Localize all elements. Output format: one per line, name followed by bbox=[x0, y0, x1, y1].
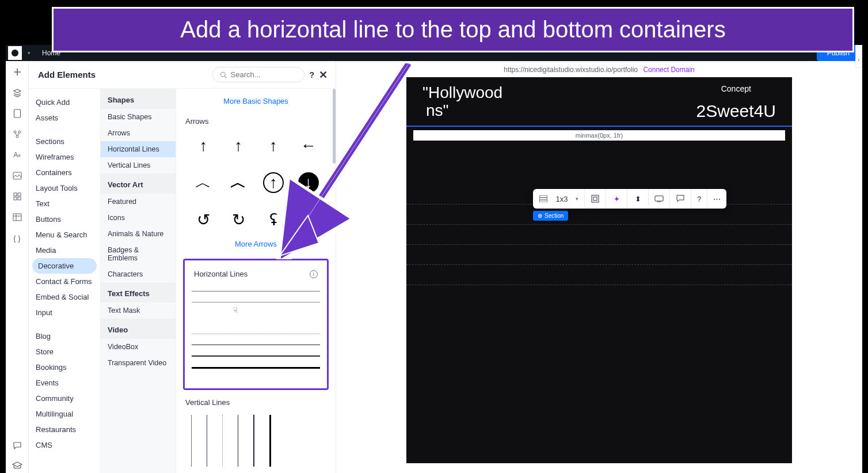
category-item[interactable]: Community bbox=[29, 391, 100, 406]
connections-icon[interactable] bbox=[12, 129, 22, 139]
layers-icon[interactable] bbox=[12, 88, 22, 98]
category-item[interactable]: Sections bbox=[29, 134, 100, 149]
category-item[interactable]: Contact & Forms bbox=[29, 274, 100, 289]
apps-grid-icon[interactable] bbox=[12, 191, 22, 202]
category-item[interactable]: Decorative bbox=[32, 258, 97, 274]
category-item[interactable]: Media bbox=[29, 243, 100, 258]
vline-light[interactable] bbox=[207, 415, 207, 467]
category-item[interactable]: Events bbox=[29, 375, 100, 391]
site-switcher-chevron-icon[interactable]: ▾ bbox=[28, 50, 31, 56]
site-preview[interactable]: "Hollywood ns" Concept 2Sweet4U minmax(0… bbox=[406, 77, 792, 463]
more-basic-shapes-link[interactable]: More Basic Shapes bbox=[183, 92, 329, 112]
category-item[interactable]: Assets bbox=[29, 110, 100, 126]
typography-icon[interactable]: Aa bbox=[12, 150, 22, 160]
expand-right-panel-icon[interactable]: ‹ bbox=[855, 51, 862, 68]
app-shell: ▾ Home Publish Aa { } Add Elements bbox=[6, 45, 862, 473]
category-item[interactable]: Store bbox=[29, 344, 100, 360]
page-icon[interactable] bbox=[12, 108, 22, 119]
curve-cw-icon[interactable]: ↻ bbox=[224, 206, 253, 233]
comment-button[interactable] bbox=[670, 189, 691, 209]
subcategory-item[interactable]: Vertical Lines bbox=[101, 157, 176, 173]
category-item[interactable]: Wireframes bbox=[29, 149, 100, 165]
chevron-up-thin-icon[interactable]: ︿ bbox=[189, 169, 218, 196]
hline-heavy[interactable] bbox=[192, 367, 320, 369]
hline-light[interactable] bbox=[192, 302, 320, 302]
subcategory-item[interactable]: Characters bbox=[101, 266, 176, 282]
vline-bold[interactable] bbox=[253, 415, 254, 467]
category-item[interactable]: Input bbox=[29, 305, 100, 320]
category-item[interactable]: Containers bbox=[29, 165, 100, 180]
subcategory-item[interactable]: Horizontal Lines bbox=[101, 141, 176, 157]
stack-button[interactable]: ⬍ bbox=[627, 189, 649, 209]
vline-thin[interactable] bbox=[191, 415, 192, 467]
chat-icon[interactable] bbox=[12, 441, 22, 451]
category-item[interactable]: Quick Add bbox=[29, 94, 100, 110]
subcategory-item[interactable]: Badges & Emblems bbox=[101, 242, 176, 266]
ai-button[interactable]: ✦ bbox=[606, 189, 627, 209]
help-button[interactable]: ? bbox=[691, 189, 707, 209]
subcategory-item[interactable]: Basic Shapes bbox=[101, 109, 176, 125]
data-icon[interactable] bbox=[12, 212, 22, 222]
hline-thin[interactable] bbox=[192, 291, 320, 292]
hline-bold[interactable] bbox=[192, 355, 320, 357]
loop-icon[interactable]: ʢ bbox=[259, 206, 288, 233]
arrow-up-thin-icon[interactable]: ↑ bbox=[189, 133, 218, 159]
arrow-up-bold-icon[interactable]: ↑ bbox=[259, 133, 288, 159]
category-item[interactable]: Embed & Social bbox=[29, 289, 100, 305]
subcategory-item[interactable]: VideoBox bbox=[101, 339, 176, 355]
more-button[interactable]: ⋯ bbox=[707, 189, 726, 209]
wix-logo[interactable] bbox=[8, 46, 22, 60]
arrow-down-circle-fill-icon[interactable]: ↓ bbox=[294, 169, 323, 196]
arrow-left-icon[interactable]: ← bbox=[294, 133, 323, 159]
add-icon[interactable] bbox=[12, 67, 22, 77]
svg-rect-17 bbox=[655, 196, 663, 201]
panel-help-button[interactable]: ? bbox=[309, 70, 314, 80]
hline-medium[interactable] bbox=[192, 345, 320, 345]
category-item[interactable]: CMS bbox=[29, 437, 100, 453]
category-item[interactable]: Bookings bbox=[29, 360, 100, 375]
arrow-up-line-icon[interactable]: ↑ bbox=[224, 133, 253, 159]
subcategory-list: ShapesBasic ShapesArrowsHorizontal Lines… bbox=[100, 89, 176, 473]
category-item[interactable]: Layout Tools bbox=[29, 180, 100, 196]
category-item[interactable]: Menu & Search bbox=[29, 227, 100, 243]
subcategory-item[interactable]: Icons bbox=[101, 210, 176, 226]
subcategory-item[interactable]: Text Mask bbox=[101, 302, 176, 319]
responsive-button[interactable] bbox=[649, 189, 670, 209]
category-item[interactable]: Restaurants bbox=[29, 422, 100, 437]
section-tag[interactable]: ⊕Section bbox=[533, 211, 568, 221]
code-icon[interactable]: { } bbox=[12, 233, 22, 243]
subcategory-item[interactable]: Animals & Nature bbox=[101, 226, 176, 242]
search-input[interactable] bbox=[231, 70, 298, 79]
more-arrows-link[interactable]: More Arrows bbox=[183, 235, 329, 255]
info-icon[interactable]: i bbox=[310, 270, 318, 278]
category-item[interactable]: Buttons bbox=[29, 211, 100, 227]
image-icon[interactable] bbox=[12, 171, 22, 181]
layout-tool-button[interactable] bbox=[585, 189, 606, 209]
chevron-down-icon: ▾ bbox=[576, 196, 578, 202]
subcategory-item[interactable]: Featured bbox=[101, 194, 176, 210]
education-icon[interactable] bbox=[12, 460, 22, 471]
search-input-wrapper[interactable] bbox=[212, 67, 304, 82]
curve-ccw-icon[interactable]: ↺ bbox=[189, 206, 218, 233]
grid-layout-dropdown[interactable]: 1x3 ▾ bbox=[533, 189, 585, 209]
connect-domain-link[interactable]: Connect Domain bbox=[643, 66, 694, 74]
arrow-up-circle-outline-icon[interactable]: ↑ bbox=[259, 169, 288, 196]
subcategory-item[interactable]: Arrows bbox=[101, 125, 176, 141]
vline-medium[interactable] bbox=[238, 415, 238, 467]
vline-dotted[interactable] bbox=[222, 415, 223, 467]
arrow-placeholder-icon[interactable] bbox=[294, 206, 323, 233]
category-item[interactable]: Blog bbox=[29, 328, 100, 344]
subcategory-item[interactable]: Transparent Video bbox=[101, 355, 176, 371]
chevron-up-bold-icon[interactable]: ︿ bbox=[224, 169, 253, 196]
panel-close-button[interactable]: ✕ bbox=[319, 69, 328, 81]
subcategory-group-head: Vector Art bbox=[101, 173, 176, 194]
vline-heavy[interactable] bbox=[269, 415, 271, 467]
hline-dotted[interactable] bbox=[192, 334, 320, 334]
category-item[interactable]: Multilingual bbox=[29, 406, 100, 422]
scrollbar-icon[interactable] bbox=[333, 89, 336, 164]
category-item[interactable]: Text bbox=[29, 196, 100, 211]
right-panel-rail: ‹ bbox=[855, 45, 862, 473]
vertical-lines-row bbox=[183, 409, 329, 472]
instruction-callout: Add a horizontal line to the top and bot… bbox=[52, 7, 854, 52]
svg-rect-12 bbox=[13, 214, 21, 221]
